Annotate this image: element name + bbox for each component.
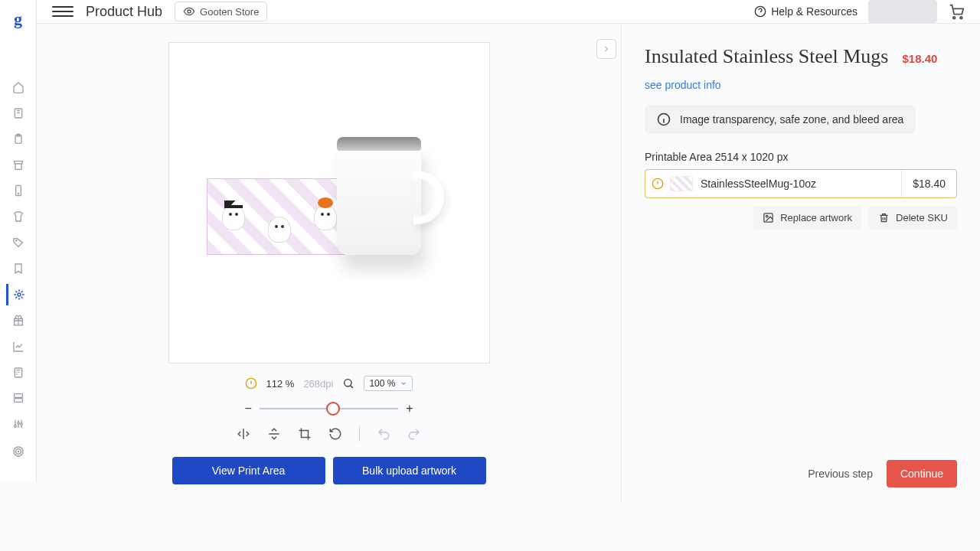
nav-sliders-icon[interactable] [6, 413, 31, 435]
printable-area-label: Printable Area 2514 x 1020 px [645, 151, 957, 163]
eye-icon [183, 5, 195, 18]
topbar: Product Hub Gooten Store Help & Resource… [37, 0, 980, 24]
svg-point-3 [18, 194, 18, 194]
undo-icon [377, 427, 390, 441]
svg-point-11 [17, 422, 19, 425]
scale-value: 112 % [266, 378, 295, 390]
sidebar: g [0, 0, 37, 482]
svg-point-25 [766, 215, 769, 217]
nav-gift-icon[interactable] [6, 310, 31, 331]
zoom-in-button[interactable]: + [406, 402, 413, 416]
zoom-slider-thumb[interactable] [326, 402, 340, 416]
help-link[interactable]: Help & Resources [754, 5, 858, 18]
trash-icon [878, 212, 890, 223]
next-preview-button[interactable] [596, 39, 616, 59]
svg-point-21 [345, 380, 351, 386]
sku-row[interactable]: StainlessSteelMug-10oz $18.40 [645, 169, 957, 198]
account-placeholder[interactable] [868, 0, 937, 23]
nav-server-icon[interactable] [6, 388, 31, 409]
sku-name: StainlessSteelMug-10oz [701, 170, 901, 197]
svg-point-12 [20, 423, 22, 425]
nav-orders-icon[interactable] [6, 103, 31, 124]
svg-rect-9 [14, 399, 22, 403]
svg-point-5 [18, 293, 21, 296]
view-print-area-button[interactable]: View Print Area [172, 457, 325, 484]
zoom-select[interactable]: 100 % [364, 376, 413, 391]
store-name: Gooten Store [200, 6, 259, 18]
transparency-hint[interactable]: Image transparency, safe zone, and bleed… [645, 105, 916, 134]
svg-point-15 [18, 452, 18, 452]
info-icon [657, 112, 671, 126]
rotate-icon[interactable] [328, 427, 342, 441]
flip-vertical-icon[interactable] [267, 427, 281, 441]
nav-bookmark-icon[interactable] [6, 258, 31, 279]
zoom-out-button[interactable]: − [245, 402, 252, 416]
flip-horizontal-icon[interactable] [237, 427, 250, 441]
svg-point-16 [188, 10, 191, 13]
nav-store-icon[interactable] [6, 155, 31, 176]
nav-tag-icon[interactable] [6, 232, 31, 253]
svg-rect-8 [14, 394, 22, 398]
svg-point-4 [15, 240, 16, 241]
image-icon [763, 212, 774, 223]
chevron-down-icon [400, 380, 407, 387]
nav-clipboard-icon[interactable] [6, 129, 31, 150]
preview-canvas[interactable] [168, 42, 490, 364]
magnifier-icon [342, 377, 354, 390]
bulk-upload-button[interactable]: Bulk upload artwork [333, 457, 486, 484]
product-info-link[interactable]: see product info [645, 79, 957, 91]
detail-pane: Insulated Stainless Steel Mugs $18.40 se… [622, 24, 980, 503]
nav-shirt-icon[interactable] [6, 206, 31, 227]
nav-home-icon[interactable] [6, 77, 31, 98]
continue-button[interactable]: Continue [887, 460, 957, 487]
dpi-value: 268dpi [303, 378, 333, 390]
product-price: $18.40 [902, 52, 937, 65]
store-selector[interactable]: Gooten Store [175, 2, 267, 21]
cart-icon[interactable] [948, 3, 965, 20]
svg-point-19 [960, 17, 962, 19]
crop-icon[interactable] [298, 427, 312, 441]
redo-icon [407, 427, 421, 441]
nav-analytics-icon[interactable] [6, 336, 31, 357]
product-title: Insulated Stainless Steel Mugs [645, 45, 888, 68]
sku-price: $18.40 [901, 170, 956, 197]
zoom-slider[interactable] [260, 408, 398, 409]
replace-artwork-button[interactable]: Replace artwork [753, 206, 861, 230]
svg-point-10 [14, 425, 16, 428]
previous-step-link[interactable]: Previous step [808, 468, 873, 480]
svg-point-18 [953, 17, 956, 19]
page-title: Product Hub [86, 4, 162, 20]
mug-mockup [207, 134, 452, 272]
delete-sku-button[interactable]: Delete SKU [869, 206, 957, 230]
help-icon [754, 5, 766, 18]
editor-pane: 112 % 268dpi 100 % − + [37, 24, 622, 503]
menu-toggle-icon[interactable] [52, 2, 74, 21]
nav-phone-icon[interactable] [6, 181, 31, 202]
sku-warning-icon [645, 178, 670, 190]
nav-target-icon[interactable] [6, 441, 31, 462]
nav-calculator-icon[interactable] [6, 362, 31, 383]
brand-logo: g [14, 9, 22, 29]
sku-thumbnail [670, 176, 693, 191]
resolution-warning-icon [245, 377, 257, 390]
nav-hub-icon[interactable] [6, 284, 31, 305]
